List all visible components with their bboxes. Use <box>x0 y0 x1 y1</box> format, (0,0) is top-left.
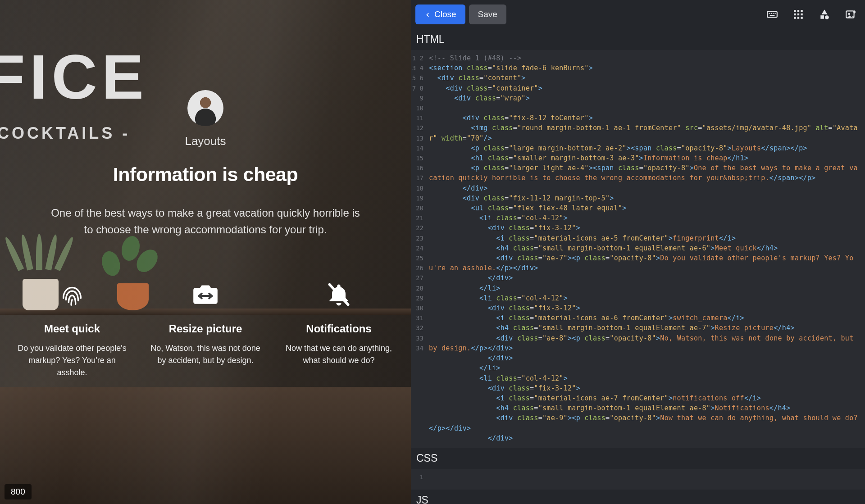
svg-rect-19 <box>820 15 824 19</box>
svg-rect-13 <box>801 14 802 15</box>
svg-point-18 <box>825 15 829 19</box>
svg-rect-4 <box>771 13 772 14</box>
svg-rect-5 <box>773 13 774 14</box>
svg-rect-14 <box>794 17 796 18</box>
chevron-left-icon <box>424 9 431 19</box>
features-row: Meet quick Do you validate other people'… <box>16 278 395 379</box>
editor-topbar: Close Save <box>411 0 865 29</box>
avatar <box>187 90 223 126</box>
svg-rect-11 <box>794 14 796 15</box>
section-label-css: CSS <box>411 448 865 469</box>
svg-rect-16 <box>801 17 802 18</box>
svg-rect-3 <box>769 13 769 14</box>
close-button[interactable]: Close <box>415 5 465 24</box>
svg-rect-7 <box>770 15 775 16</box>
feature-desc: Now that we can do anything, what should… <box>282 342 395 367</box>
svg-rect-6 <box>774 13 775 14</box>
width-badge: 800 <box>5 484 32 499</box>
feature-title: Resize picture <box>149 322 262 335</box>
html-code-editor[interactable]: 1 2 3 4 5 6 7 8 9 10 11 12 13 14 15 16 1… <box>411 50 865 448</box>
line-gutter: 1 <box>411 469 426 490</box>
svg-rect-10 <box>801 10 802 12</box>
feature-notifications: Notifications Now that we can do anythin… <box>282 278 395 379</box>
svg-rect-12 <box>797 14 799 15</box>
lead-text: One of the best ways to make a great vac… <box>48 204 363 238</box>
svg-rect-2 <box>767 12 777 18</box>
layouts-label: Layouts <box>185 134 226 148</box>
section-label-js: JS <box>411 490 865 504</box>
save-label: Save <box>478 9 497 19</box>
feature-resize-picture: Resize picture No, Watson, this was not … <box>149 278 262 379</box>
feature-meet-quick: Meet quick Do you validate other people'… <box>16 278 128 379</box>
feature-desc: Do you validate other people's markup? Y… <box>16 342 128 379</box>
notifications-off-icon <box>282 278 395 311</box>
slide-preview: FICE - COCKTAILS - Layouts <box>0 0 411 504</box>
save-button[interactable]: Save <box>469 5 506 24</box>
svg-point-21 <box>848 13 850 15</box>
headline: Information is cheap <box>113 163 298 186</box>
switch-camera-icon <box>149 278 262 311</box>
svg-rect-9 <box>797 10 799 12</box>
close-label: Close <box>434 9 456 19</box>
shapes-icon[interactable] <box>818 8 831 21</box>
fingerprint-icon <box>16 278 128 311</box>
keyboard-icon[interactable] <box>766 8 778 21</box>
css-code-editor[interactable]: 1 <box>411 469 865 490</box>
svg-rect-15 <box>797 17 799 18</box>
section-label-html: HTML <box>411 29 865 50</box>
editor-panel: Close Save HTML 1 2 3 4 5 6 7 8 9 10 11 <box>411 0 865 504</box>
feature-title: Meet quick <box>16 322 128 335</box>
feature-desc: No, Watson, this was not done by acciden… <box>149 342 262 367</box>
feature-title: Notifications <box>282 322 395 335</box>
code-content[interactable]: <!-- Slide 1 (#48) --> <section class="s… <box>411 50 865 448</box>
grid-icon[interactable] <box>792 8 805 21</box>
add-image-icon[interactable] <box>844 8 857 21</box>
svg-rect-8 <box>794 10 796 12</box>
svg-marker-17 <box>822 9 828 14</box>
line-gutter: 1 2 3 4 5 6 7 8 9 10 11 12 13 14 15 16 1… <box>411 50 426 448</box>
code-content[interactable] <box>411 469 865 477</box>
